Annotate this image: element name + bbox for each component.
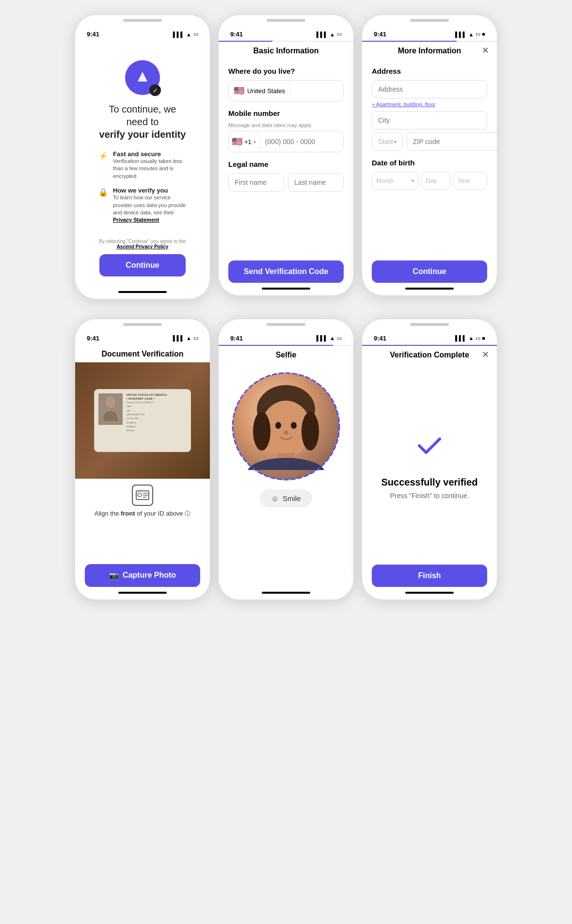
month-select[interactable]: Month ▾	[372, 172, 418, 190]
passport-nationality: USA	[127, 405, 187, 408]
notch-pill-5	[267, 323, 305, 326]
country-select-row[interactable]: 🇺🇸 United States	[228, 80, 344, 101]
feature-item-1: ⚡ Fast and secure Verification usually t…	[98, 150, 187, 180]
battery-icon-5: ▭	[337, 335, 342, 341]
last-name-input[interactable]	[288, 174, 344, 191]
apt-link[interactable]: + Apartment, building, floor	[372, 101, 487, 107]
complete-body: Successfully verified Press "Finish" to …	[362, 363, 497, 565]
passport-dob: 11 NOV 1994	[127, 417, 187, 420]
continue-button-3[interactable]: Continue	[372, 260, 487, 283]
close-button-3[interactable]: ✕	[482, 45, 489, 56]
wifi-icon-2: ▲	[330, 32, 335, 37]
status-icons-3: ▌▌▌ ▲ ▭ ■	[455, 31, 485, 37]
flag-prefix[interactable]: 🇺🇸 +1 ▾	[229, 131, 259, 152]
close-button-6[interactable]: ✕	[482, 349, 489, 360]
status-time-1: 9:41	[87, 31, 99, 38]
state-chevron-icon: ▾	[394, 139, 397, 145]
notch-pill-3	[410, 19, 449, 22]
status-icons-6: ▌▌▌ ▲ ▭ ■	[455, 335, 485, 341]
status-time-2: 9:41	[230, 31, 243, 38]
status-time-6: 9:41	[374, 335, 386, 342]
logo-area: ✓	[125, 60, 160, 97]
screen2-footer: Send Verification Code	[219, 260, 353, 283]
address-section: Address + Apartment, building, floor Sta…	[372, 67, 487, 151]
signal-icon-5: ▌▌▌	[317, 335, 328, 341]
screen5-content: ☺ Smile	[219, 363, 353, 587]
screen-header-4: Document Verification	[75, 345, 210, 362]
status-bar-1: 9:41 ▌▌▌ ▲ ▭	[75, 24, 210, 41]
battery-icon-6: ▭ ■	[476, 335, 485, 341]
state-select[interactable]: State ▾	[372, 132, 403, 151]
name-fields	[228, 173, 344, 195]
status-time-3: 9:41	[374, 31, 386, 38]
address-input[interactable]	[372, 80, 487, 98]
screen1-title: To continue, we need to verify your iden…	[98, 103, 187, 141]
battery-icon-2: ▭	[337, 31, 342, 37]
screen1-footer: By selecting "Continue" you agree to the…	[88, 239, 198, 276]
state-zip-row: State ▾	[372, 132, 487, 151]
battery-icon-4: ▭	[193, 335, 198, 341]
continue-button-1[interactable]: Continue	[99, 254, 186, 276]
passport-issue: 16 MAY 15	[127, 421, 187, 424]
month-chevron-icon: ▾	[412, 178, 414, 183]
first-name-input[interactable]	[229, 174, 284, 191]
notch-top-2	[219, 15, 353, 24]
screen3-footer: Continue	[362, 260, 497, 283]
status-icons-5: ▌▌▌ ▲ ▭	[317, 335, 342, 341]
finish-button[interactable]: Finish	[372, 565, 487, 587]
mobile-number-input[interactable]	[259, 133, 344, 150]
year-input[interactable]: Year	[453, 172, 487, 190]
person-silhouette	[101, 394, 120, 423]
screen4-footer: 📷 Capture Photo	[75, 564, 210, 587]
flag-emoji-mobile: 🇺🇸	[232, 136, 242, 147]
day-input[interactable]: Day	[421, 172, 450, 190]
signal-icon-4: ▌▌▌	[173, 335, 184, 341]
city-input[interactable]	[372, 111, 487, 130]
phone-4: 9:41 ▌▌▌ ▲ ▭ Document Verification	[75, 319, 210, 600]
passport-text: UNITED STATES OF AMERICA • PASSPORT CARD…	[127, 393, 187, 448]
signal-icon-1: ▌▌▌	[173, 32, 184, 37]
notch-pill-2	[267, 19, 305, 22]
privacy-statement-link[interactable]: Privacy Statement	[113, 217, 159, 223]
wifi-icon-5: ▲	[330, 335, 335, 341]
big-checkmark	[413, 428, 446, 467]
phone-6: 9:41 ▌▌▌ ▲ ▭ ■ Verification Complete ✕ S…	[362, 319, 497, 600]
home-indicator-5	[262, 592, 310, 594]
feature-item-2: 🔒 How we verify you To learn how our ser…	[98, 187, 187, 224]
info-icon: ⓘ	[185, 510, 191, 517]
capture-photo-button[interactable]: 📷 Capture Photo	[85, 564, 200, 587]
lightning-icon: ⚡	[98, 151, 108, 161]
send-verification-button[interactable]: Send Verification Code	[228, 260, 344, 283]
feature2-desc: To learn how our service provider uses d…	[113, 194, 187, 224]
status-time-4: 9:41	[87, 335, 99, 342]
success-title: Successfully verified	[381, 477, 478, 488]
selfie-body: ☺ Smile	[219, 363, 353, 587]
status-time-5: 9:41	[230, 335, 243, 342]
ascend-privacy-link[interactable]: Ascend Privacy Policy	[117, 244, 169, 249]
status-bar-4: 9:41 ▌▌▌ ▲ ▭	[75, 328, 210, 345]
home-indicator-2	[262, 288, 310, 290]
notch-pill-1	[123, 19, 162, 22]
signal-icon-6: ▌▌▌	[455, 335, 466, 341]
status-bar-6: 9:41 ▌▌▌ ▲ ▭ ■	[362, 328, 497, 345]
smile-button[interactable]: ☺ Smile	[260, 489, 313, 507]
notch-top-5	[219, 319, 353, 328]
logo-svg	[134, 69, 151, 86]
screen-header-6: Verification Complete ✕	[362, 346, 497, 363]
passport-card: UNITED STATES OF AMERICA • PASSPORT CARD…	[94, 389, 191, 452]
chevron-down-icon: ▾	[254, 139, 256, 145]
passport-country: UNITED STATES OF AMERICA	[127, 393, 187, 396]
doc-id-icon	[132, 485, 153, 506]
dashed-ring-svg	[226, 366, 346, 486]
flag-emoji: 🇺🇸	[234, 85, 244, 96]
signal-icon-2: ▌▌▌	[317, 32, 328, 37]
screen6-content: Successfully verified Press "Finish" to …	[362, 363, 497, 565]
success-subtitle: Press "Finish" to continue.	[390, 492, 469, 500]
phone-3: 9:41 ▌▌▌ ▲ ▭ ■ More Information ✕ Addres…	[362, 15, 497, 296]
zip-input[interactable]	[407, 132, 497, 151]
last-name-row	[288, 173, 344, 192]
home-indicator-6	[405, 592, 454, 594]
doc-hint-text: Align the front of your ID above ⓘ	[95, 510, 191, 518]
wifi-icon-3: ▲	[468, 32, 474, 37]
row-1: 9:41 ▌▌▌ ▲ ▭ ✓ To	[75, 15, 497, 299]
